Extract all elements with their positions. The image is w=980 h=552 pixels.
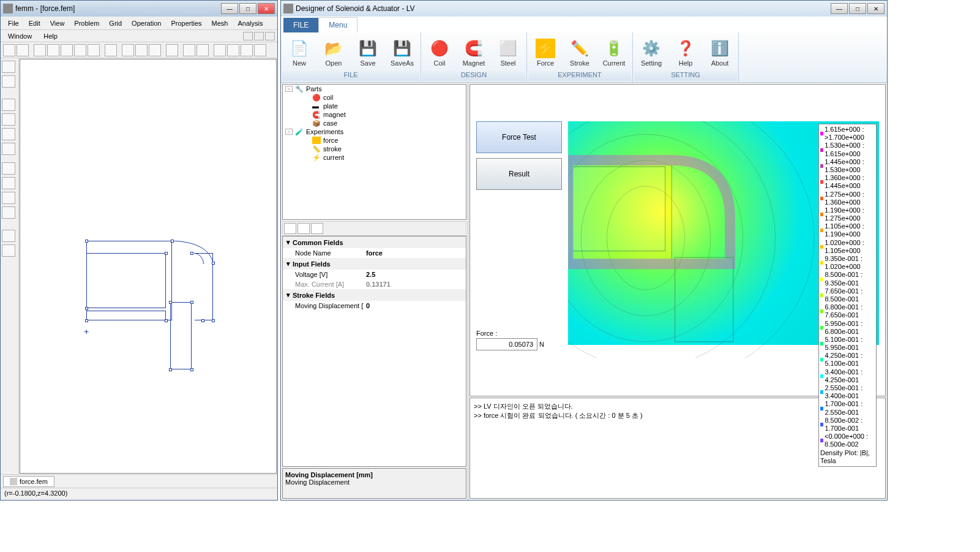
- menu-help[interactable]: Help: [39, 31, 62, 41]
- minimize-button[interactable]: —: [831, 3, 848, 14]
- legend-row: 5.950e-001 : 6.800e-001: [820, 320, 875, 336]
- stroke-button[interactable]: ✏️Stroke: [563, 34, 597, 71]
- femm-titlebar[interactable]: femm - [force.fem] — □ ✕: [1, 1, 277, 17]
- tab-force-fem[interactable]: force.fem: [3, 476, 54, 487]
- menu-analysis[interactable]: Analysis: [233, 18, 267, 28]
- arc-tool-icon[interactable]: [61, 44, 73, 56]
- menu-file[interactable]: File: [3, 18, 24, 28]
- tree-item-stroke[interactable]: 📏stroke: [283, 145, 466, 153]
- minimize-button[interactable]: —: [221, 3, 238, 14]
- new-button[interactable]: 📄New: [282, 34, 316, 71]
- setting-button[interactable]: ⚙️Setting: [634, 34, 668, 71]
- zoom-fit-icon[interactable]: [2, 128, 15, 140]
- prop-header-common[interactable]: ▾Common Fields: [283, 236, 466, 248]
- coil-button[interactable]: 🔴Coil: [422, 34, 457, 71]
- tree-item-magnet[interactable]: 🧲magnet: [283, 110, 466, 119]
- categorize-icon[interactable]: [284, 223, 296, 234]
- point-tool-icon[interactable]: [34, 44, 46, 56]
- menu-problem[interactable]: Problem: [69, 18, 104, 28]
- line-tool-icon[interactable]: [47, 44, 59, 56]
- magnet-button[interactable]: 🧲Magnet: [457, 34, 491, 71]
- collapse-icon[interactable]: ▾: [286, 260, 290, 268]
- child-minimize-button[interactable]: [243, 32, 253, 40]
- legend-label: 1.020e+000 : 1.105e+000: [825, 239, 875, 255]
- close-button[interactable]: ✕: [258, 3, 275, 14]
- pages-icon[interactable]: [311, 223, 323, 234]
- tree-item-coil[interactable]: 🔴coil: [283, 93, 466, 102]
- scale-icon[interactable]: [241, 44, 253, 56]
- menu-window[interactable]: Window: [3, 31, 37, 41]
- menu-operation[interactable]: Operation: [127, 18, 166, 28]
- edit-tool-icon[interactable]: [2, 230, 15, 242]
- menu-grid[interactable]: Grid: [104, 18, 127, 28]
- new-file-icon[interactable]: [3, 44, 15, 56]
- analyze-icon[interactable]: [122, 44, 134, 56]
- save-button[interactable]: 💾Save: [351, 34, 385, 71]
- tree-item-current[interactable]: ⚡current: [283, 153, 466, 162]
- collapse-icon[interactable]: −: [285, 86, 293, 92]
- move-icon[interactable]: [227, 44, 239, 56]
- open-file-icon[interactable]: [17, 44, 29, 56]
- tree-experiments[interactable]: − 🧪 Experiments: [283, 127, 466, 136]
- run-mesh-icon[interactable]: [105, 44, 117, 56]
- help-button[interactable]: ❓Help: [668, 34, 703, 71]
- result-button[interactable]: Result: [476, 158, 562, 190]
- undo-icon[interactable]: [166, 44, 178, 56]
- block-tool-icon[interactable]: [74, 44, 86, 56]
- mirror-icon[interactable]: [254, 44, 266, 56]
- sort-icon[interactable]: [297, 223, 310, 234]
- designer-titlebar[interactable]: Designer of Solenoid & Actuator - LV — □…: [281, 1, 887, 17]
- open-button[interactable]: 📂Open: [316, 34, 351, 71]
- property-panel[interactable]: ▾Common Fields Node Nameforce ▾Input Fie…: [282, 236, 466, 467]
- menu-properties[interactable]: Properties: [166, 18, 206, 28]
- saveas-button[interactable]: 💾SaveAs: [385, 34, 419, 71]
- pan-tool-icon[interactable]: [2, 75, 15, 88]
- copy-icon[interactable]: [214, 44, 226, 56]
- maximize-button[interactable]: □: [239, 3, 256, 14]
- collapse-icon[interactable]: −: [285, 129, 293, 135]
- child-close-button[interactable]: [265, 32, 275, 40]
- femm-canvas[interactable]: +: [20, 59, 277, 474]
- child-restore-button[interactable]: [254, 32, 264, 40]
- prop-header-input[interactable]: ▾Input Fields: [283, 258, 466, 270]
- force-button[interactable]: ⚡Force: [528, 34, 563, 71]
- force-test-button[interactable]: Force Test: [476, 121, 562, 153]
- tool-icon[interactable]: [149, 44, 161, 56]
- rect-select-icon[interactable]: [183, 44, 195, 56]
- prop-row-nodename[interactable]: Node Nameforce: [283, 248, 466, 258]
- tab-file[interactable]: FILE: [283, 18, 318, 32]
- menu-edit[interactable]: Edit: [24, 18, 45, 28]
- tree-item-force[interactable]: force: [283, 136, 466, 145]
- current-button[interactable]: 🔋Current: [597, 34, 631, 71]
- circle-select-icon[interactable]: [196, 44, 209, 56]
- group-tool-icon[interactable]: [88, 44, 100, 56]
- collapse-icon[interactable]: ▾: [286, 238, 290, 246]
- steel-button[interactable]: ⬜Steel: [491, 34, 525, 71]
- tree-panel[interactable]: − 🔧 Parts 🔴coil ▬plate 🧲magnet 📦case − 🧪…: [282, 84, 466, 220]
- close-button[interactable]: ✕: [867, 3, 885, 14]
- results-icon[interactable]: [135, 44, 148, 56]
- zoom-out-icon[interactable]: [2, 113, 15, 126]
- maximize-button[interactable]: □: [849, 3, 866, 14]
- field-plot-area[interactable]: 1.615e+000 : >1.700e+0001.530e+000 : 1.6…: [568, 91, 879, 390]
- menu-mesh[interactable]: Mesh: [207, 18, 233, 28]
- tree-parts[interactable]: − 🔧 Parts: [283, 85, 466, 93]
- prop-row-maxcurrent[interactable]: Max. Current [A]0.13171: [283, 279, 466, 289]
- zoom-tool-icon[interactable]: [2, 61, 15, 73]
- zoom-in-icon[interactable]: [2, 99, 15, 111]
- arrow-left-icon[interactable]: [2, 192, 15, 204]
- zoom-window-icon[interactable]: [2, 143, 15, 155]
- arrow-up-icon[interactable]: [2, 162, 15, 175]
- prop-header-stroke[interactable]: ▾Stroke Fields: [283, 289, 466, 301]
- prop-row-movingdisp[interactable]: Moving Displacement [0: [283, 301, 466, 311]
- tree-item-case[interactable]: 📦case: [283, 119, 466, 127]
- prop-row-voltage[interactable]: Voltage [V]2.5: [283, 270, 466, 279]
- grid-size-icon[interactable]: [2, 244, 15, 257]
- menu-view[interactable]: View: [45, 18, 70, 28]
- tree-item-plate[interactable]: ▬plate: [283, 102, 466, 110]
- arrow-down-icon[interactable]: [2, 177, 15, 189]
- arrow-right-icon[interactable]: [2, 206, 15, 219]
- about-button[interactable]: ℹ️About: [703, 34, 737, 71]
- collapse-icon[interactable]: ▾: [286, 291, 290, 299]
- tab-menu[interactable]: Menu: [318, 17, 357, 32]
